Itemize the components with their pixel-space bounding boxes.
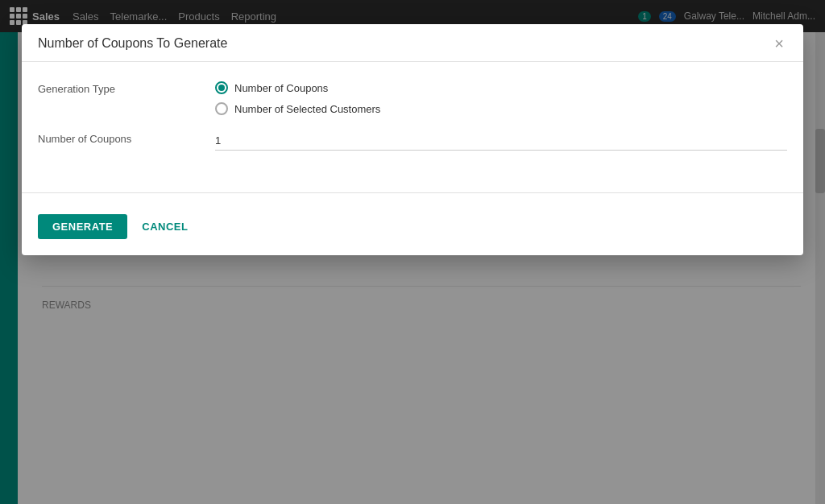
modal-header: Number of Coupons To Generate × — [22, 24, 803, 62]
modal-overlay: Number of Coupons To Generate × Generati… — [0, 0, 825, 504]
modal-close-button[interactable]: × — [771, 35, 787, 52]
modal-footer: GENERATE CANCEL — [22, 206, 803, 255]
modal-divider — [22, 192, 803, 193]
radio-coupons-input[interactable] — [215, 81, 228, 94]
number-of-coupons-label: Number of Coupons — [38, 131, 215, 145]
modal-title: Number of Coupons To Generate — [38, 36, 227, 51]
number-of-coupons-row: Number of Coupons — [38, 131, 787, 151]
radio-customers-label: Number of Selected Customers — [234, 103, 380, 115]
generation-type-row: Generation Type Number of Coupons Number… — [38, 81, 787, 115]
generate-button[interactable]: GENERATE — [38, 214, 127, 239]
cancel-button[interactable]: CANCEL — [137, 214, 193, 239]
generation-type-label: Generation Type — [38, 81, 215, 95]
radio-customers-input[interactable] — [215, 102, 228, 115]
radio-option-customers[interactable]: Number of Selected Customers — [215, 102, 787, 115]
modal-dialog: Number of Coupons To Generate × Generati… — [22, 24, 803, 255]
number-of-coupons-control — [215, 131, 787, 151]
radio-option-coupons[interactable]: Number of Coupons — [215, 81, 787, 94]
radio-group: Number of Coupons Number of Selected Cus… — [215, 81, 787, 115]
radio-coupons-label: Number of Coupons — [234, 82, 328, 94]
generation-type-control: Number of Coupons Number of Selected Cus… — [215, 81, 787, 115]
modal-body: Generation Type Number of Coupons Number… — [22, 62, 803, 186]
number-of-coupons-input[interactable] — [215, 131, 787, 151]
